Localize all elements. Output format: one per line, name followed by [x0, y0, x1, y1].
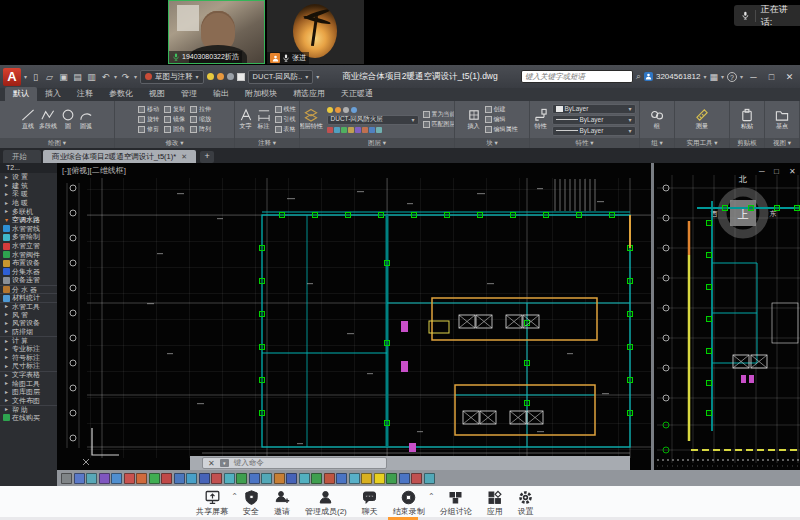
invite-button[interactable]: 邀请 [274, 490, 290, 517]
status-icon[interactable] [424, 473, 435, 484]
status-icon[interactable] [149, 473, 160, 484]
panel-label[interactable]: 块 ▾ [455, 138, 529, 148]
sidebar-item[interactable]: 防排烟 [0, 328, 57, 337]
status-icon[interactable] [211, 473, 222, 484]
viewport-controls[interactable]: [-][俯视][二维线框] [62, 166, 126, 175]
status-icon[interactable] [361, 473, 372, 484]
status-icon[interactable] [324, 473, 335, 484]
status-icon[interactable] [374, 473, 385, 484]
status-icon[interactable] [124, 473, 135, 484]
breakout-button[interactable]: 分组讨论 [440, 490, 472, 517]
status-icon[interactable] [99, 473, 110, 484]
tool-button[interactable]: 编辑 [485, 115, 518, 124]
layer-thaw-icon[interactable] [335, 107, 341, 113]
panel-label[interactable]: 组 ▾ [640, 138, 674, 148]
status-icon[interactable] [61, 473, 72, 484]
settings-button[interactable]: 设置 [518, 490, 534, 517]
layer-on-icon[interactable] [327, 107, 333, 113]
stop-record-button[interactable]: 结束录制 ⌃ [393, 490, 425, 517]
sidebar-item[interactable]: 采 暖 [0, 190, 57, 199]
tool-button[interactable]: 多段线 [39, 108, 57, 131]
tool-button[interactable]: 编辑属性 [485, 125, 518, 134]
undo-button[interactable]: ↶ [100, 72, 111, 82]
redo-button[interactable]: ↷ [120, 72, 131, 82]
layer-select[interactable]: DUCT-回风防火层▾ [327, 115, 419, 125]
ribbon-tab[interactable]: 视图 [141, 87, 173, 101]
tool-button[interactable]: 线性 [275, 105, 296, 114]
ribbon-tab[interactable]: 输出 [205, 87, 237, 101]
status-icon[interactable] [286, 473, 297, 484]
status-icon[interactable] [199, 473, 210, 484]
cart-icon[interactable]: ▦ [709, 72, 718, 82]
sidebar-item[interactable]: 水管工具 [0, 302, 57, 311]
chat-button[interactable]: 聊天 [362, 490, 378, 517]
drawing-window-buttons[interactable]: ─□✕ [758, 167, 796, 176]
layer-checkbox[interactable] [237, 73, 245, 81]
command-close-icon[interactable]: ✕ [208, 459, 215, 468]
chevron-up-icon[interactable]: ⌃ [428, 492, 435, 501]
panel-label[interactable]: 实用工具 ▾ [675, 138, 729, 148]
command-input[interactable]: 键入命令 [234, 458, 264, 468]
tool-button[interactable]: 置为当前 [423, 110, 456, 119]
paste-button[interactable]: 粘贴 [740, 108, 754, 131]
ribbon-tab[interactable]: 精选应用 [285, 87, 333, 101]
file-tab[interactable]: 商业综合体项目2暖通空调设计_t5(1)*✕ [43, 150, 196, 163]
status-icon[interactable] [236, 473, 247, 484]
sidebar-item[interactable]: 设备连管 [0, 276, 57, 285]
status-icon[interactable] [74, 473, 85, 484]
tool-button[interactable]: 修剪 [138, 125, 159, 134]
panel-label[interactable]: 图层 ▾ [300, 138, 454, 148]
layer-filter-select[interactable]: DUCT-回风防.. ▾ [248, 70, 314, 84]
status-icon[interactable] [136, 473, 147, 484]
status-icon[interactable] [86, 473, 97, 484]
window-close-button[interactable]: ✕ [782, 72, 797, 82]
security-button[interactable]: 安全 [243, 490, 259, 517]
status-icon[interactable] [399, 473, 410, 484]
status-icon[interactable] [386, 473, 397, 484]
lock-icon[interactable] [227, 73, 234, 80]
ribbon-tab[interactable]: 天正暖通 [333, 87, 381, 101]
sun-icon[interactable] [217, 73, 224, 80]
panel-label[interactable]: 特性 ▾ [530, 138, 639, 148]
tool-button[interactable]: 圆角 [164, 125, 185, 134]
status-icon[interactable] [249, 473, 260, 484]
panel-label[interactable]: 修改 ▾ [115, 138, 234, 148]
status-icon[interactable] [261, 473, 272, 484]
tool-button[interactable]: 创建 [485, 105, 518, 114]
ribbon-tab[interactable]: 插入 [37, 87, 69, 101]
layer-lock-icon[interactable] [343, 107, 349, 113]
layer-plot-icon[interactable] [351, 107, 357, 113]
apps-button[interactable]: 应用 [487, 490, 503, 517]
workspace-select[interactable]: 草图与注释 ▾ [140, 70, 204, 84]
tool-button[interactable]: 阵列 [190, 125, 211, 134]
text-tool-button[interactable]: 文字 [239, 108, 253, 131]
share-screen-button[interactable]: 共享屏幕 ⌃ [196, 490, 228, 517]
print-button[interactable]: ▥ [86, 72, 97, 82]
panel-label[interactable]: 剪贴板 [730, 138, 764, 148]
sidebar-item[interactable]: 尺寸标注 [0, 362, 57, 371]
ribbon-tab[interactable]: 参数化 [101, 87, 141, 101]
sidebar-item[interactable]: 在线购买 [0, 414, 57, 423]
color-select[interactable]: ByLayer▾ [552, 104, 636, 114]
sidebar-item[interactable]: 文件布图 [0, 396, 57, 405]
panel-label[interactable]: 绘图 ▾ [0, 138, 114, 148]
search-icon[interactable]: ⌕ [636, 71, 641, 82]
status-icon[interactable] [174, 473, 185, 484]
basepoint-button[interactable]: 基点 [775, 108, 789, 131]
status-icon[interactable] [274, 473, 285, 484]
sidebar-item[interactable]: 建 筑 [0, 182, 57, 191]
participant-video-2[interactable]: 张进 [267, 0, 364, 64]
status-icon[interactable] [299, 473, 310, 484]
status-icon[interactable] [311, 473, 322, 484]
manage-members-button[interactable]: 管理成员(2) [305, 490, 347, 517]
chevron-up-icon[interactable]: ⌃ [231, 492, 238, 501]
customize-icon[interactable]: ▾ [220, 459, 229, 467]
tool-button[interactable]: 镜像 [164, 115, 185, 124]
new-file-button[interactable]: ▯ [30, 72, 41, 82]
tool-button[interactable]: 表格 [275, 125, 296, 134]
tool-button[interactable]: 拉伸 [190, 105, 211, 114]
command-bar[interactable]: ✕ ▾ 键入命令 [202, 457, 387, 469]
save-button[interactable]: ▣ [58, 72, 69, 82]
ribbon-tab[interactable]: 默认 [5, 87, 37, 101]
insert-block-button[interactable]: 插入 [467, 108, 481, 131]
